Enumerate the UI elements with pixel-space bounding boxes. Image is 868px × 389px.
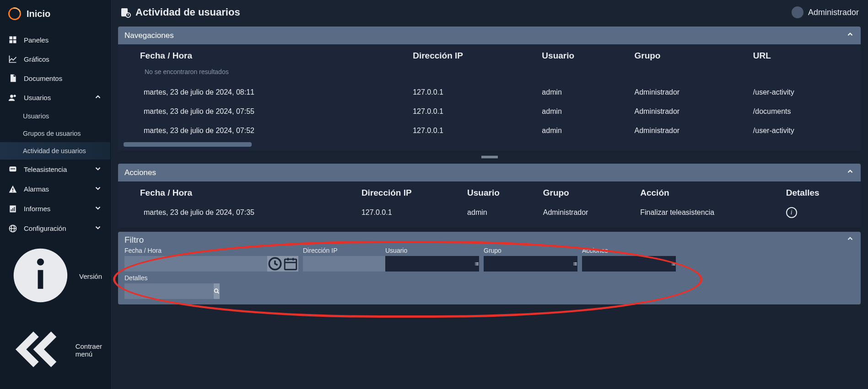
dashboard-icon (8, 35, 17, 44)
filter-input-actions[interactable] (582, 256, 671, 272)
sidebar-item-label: Informes (24, 205, 50, 213)
sidebar-subitem-grupos[interactable]: Grupos de usuarios (0, 125, 110, 142)
sidebar-subitem-usuarios[interactable]: Usuarios (0, 107, 110, 125)
svg-rect-42 (573, 262, 574, 263)
sidebar-item-label: Paneles (24, 36, 49, 44)
list-icon[interactable] (573, 256, 577, 272)
svg-point-54 (215, 289, 218, 293)
svg-rect-32 (285, 259, 297, 270)
sidebar-item-documentos[interactable]: Documentos (0, 69, 110, 88)
svg-point-7 (11, 168, 12, 170)
cell-ip: 127.0.0.1 (355, 202, 461, 224)
page-title: Actividad de usuarios (135, 6, 240, 18)
svg-rect-3 (13, 40, 16, 43)
filter-input-ip[interactable] (303, 256, 392, 272)
table-row[interactable]: martes, 23 de julio de 2024, 08:11 127.0… (122, 83, 857, 102)
sidebar-item-teleasistencia[interactable]: Teleasistencia (0, 160, 110, 179)
filter-label-group: Grupo (484, 247, 577, 254)
svg-rect-0 (10, 37, 13, 40)
table-row[interactable]: martes, 23 de julio de 2024, 07:52 127.0… (122, 121, 857, 140)
filter-input-datetime[interactable] (124, 256, 267, 272)
nav-footer: Versión Contraer menú (0, 238, 110, 386)
sidebar-item-label: Alarmas (24, 185, 49, 193)
sidebar-subitem-actividad[interactable]: Actividad de usuarios (0, 142, 110, 160)
col-user: Usuario (535, 44, 628, 64)
filter-label-user: Usuario (385, 247, 479, 254)
table-row[interactable]: martes, 23 de julio de 2024, 07:55 127.0… (122, 102, 857, 121)
filter-input-group[interactable] (484, 256, 573, 272)
brand[interactable]: Inicio (0, 0, 110, 27)
horizontal-scrollbar[interactable] (124, 142, 855, 147)
user-menu[interactable]: Administrador (792, 6, 859, 18)
search-icon[interactable] (214, 283, 220, 299)
col-action: Acción (634, 181, 779, 202)
cell-url: /documents (747, 102, 857, 121)
brand-title: Inicio (27, 9, 50, 19)
cell-url: /user-activity (747, 83, 857, 102)
sidebar-item-version[interactable]: Versión (0, 238, 110, 314)
sidebar-item-configuracion[interactable]: Configuración (0, 218, 110, 238)
acciones-table: Fecha / Hora Dirección IP Usuario Grupo … (122, 181, 857, 224)
globe-icon (8, 224, 17, 233)
chevron-up-icon (846, 167, 854, 178)
chevron-down-icon (94, 165, 102, 174)
cell-ip: 127.0.0.1 (406, 102, 535, 121)
panel-header-navegaciones[interactable]: Navegaciones (118, 27, 861, 44)
scrollbar-thumb[interactable] (124, 142, 252, 147)
user-name: Administrador (808, 8, 859, 17)
svg-rect-52 (672, 265, 672, 265)
sidebar-item-label: Usuarios (24, 94, 51, 101)
clock-icon[interactable] (267, 256, 283, 272)
svg-rect-13 (11, 209, 12, 211)
sidebar-item-collapse[interactable]: Contraer menú (0, 314, 110, 386)
sidebar-item-graficos[interactable]: Gráficos (0, 49, 110, 69)
svg-rect-53 (673, 265, 675, 265)
list-icon[interactable] (474, 256, 479, 272)
topbar: Actividad de usuarios Administrador (111, 0, 868, 27)
svg-rect-1 (13, 37, 16, 40)
panel-title: Navegaciones (124, 31, 174, 40)
filter-input-details[interactable] (124, 283, 214, 299)
navegaciones-table: Fecha / Hora Dirección IP Usuario Grupo … (122, 44, 857, 140)
alert-icon (8, 185, 17, 194)
sidebar-item-alarmas[interactable]: Alarmas (0, 179, 110, 199)
col-ip: Dirección IP (355, 181, 461, 202)
filter-input-user[interactable] (385, 256, 474, 272)
resize-handle[interactable] (118, 154, 861, 160)
svg-rect-36 (475, 262, 475, 263)
activity-icon (120, 7, 131, 18)
sidebar-item-label: Teleasistencia (24, 165, 67, 173)
svg-rect-49 (673, 262, 675, 263)
sidebar: Inicio Paneles Gráficos Documentos Usuar… (0, 0, 111, 389)
chart-icon (8, 54, 17, 64)
svg-rect-46 (573, 265, 574, 265)
sidebar-item-label: Contraer menú (75, 342, 102, 358)
col-user: Usuario (461, 181, 537, 202)
sidebar-item-label: Grupos de usuarios (23, 130, 81, 137)
details-info-icon[interactable]: i (786, 207, 797, 218)
svg-rect-10 (12, 188, 13, 190)
panel-header-filtro[interactable]: Filtro (118, 232, 861, 246)
svg-rect-39 (476, 264, 478, 264)
panel-header-acciones[interactable]: Acciones (118, 164, 861, 181)
navegaciones-table-wrap[interactable]: Fecha / Hora Dirección IP Usuario Grupo … (122, 44, 857, 140)
nav-list: Paneles Gráficos Documentos Usuarios Usu… (0, 30, 110, 238)
cell-group: Administrador (537, 202, 634, 224)
cell-group: Administrador (628, 83, 746, 102)
sidebar-item-paneles[interactable]: Paneles (0, 30, 110, 49)
document-icon (8, 74, 17, 83)
list-icon[interactable] (671, 256, 676, 272)
sidebar-item-usuarios[interactable]: Usuarios (0, 88, 110, 107)
sidebar-item-informes[interactable]: Informes (0, 199, 110, 218)
filter-label-actions: Acciones (582, 247, 676, 254)
calendar-icon[interactable] (283, 256, 298, 272)
svg-point-26 (37, 259, 44, 266)
svg-rect-30 (128, 14, 129, 16)
svg-point-4 (10, 95, 13, 98)
table-row[interactable]: martes, 23 de julio de 2024, 07:35 127.0… (122, 202, 857, 224)
report-icon (8, 204, 17, 213)
svg-rect-2 (10, 40, 13, 43)
sidebar-item-label: Usuarios (23, 112, 49, 120)
chevron-down-icon (94, 184, 102, 194)
grip-icon (481, 156, 498, 158)
